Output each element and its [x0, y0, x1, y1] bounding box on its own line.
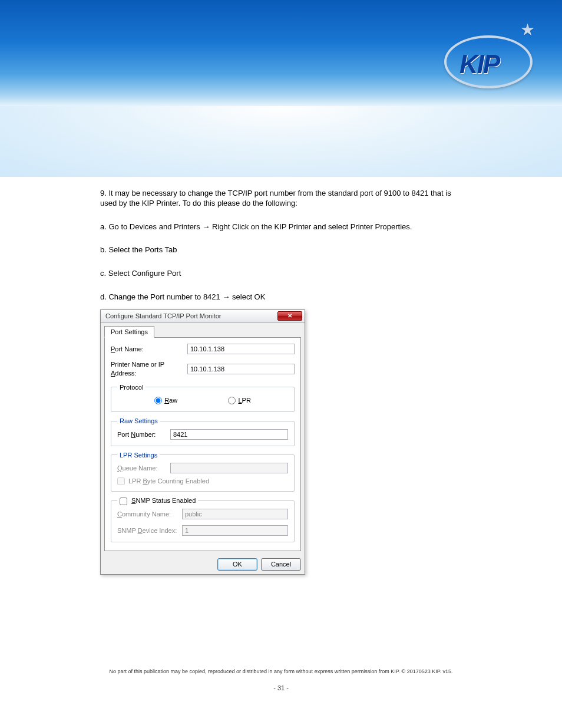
tab-panel: Port Name: Printer Name or IP Address: P… [104, 337, 301, 551]
step-9-text: 9. It may be necessary to change the TCP… [100, 189, 462, 209]
lpr-byte-checkbox [117, 477, 125, 485]
footer-copyright: No part of this publication may be copie… [0, 668, 562, 676]
protocol-group: Protocol Raw LPR [111, 383, 295, 413]
tab-port-settings[interactable]: Port Settings [104, 326, 154, 338]
document-body: 9. It may be necessary to change the TCP… [0, 177, 562, 575]
dialog-titlebar: Configure Standard TCP/IP Port Monitor ✕ [101, 310, 305, 323]
protocol-raw-radio[interactable]: Raw [154, 396, 177, 404]
port-number-label: Port Number: [117, 430, 170, 439]
substep-c: c. Select Configure Port [100, 269, 462, 279]
snmp-device-index-input [182, 525, 288, 536]
lpr-byte-label: LPR Byte Counting Enabled [128, 477, 209, 485]
page-number: - 31 - [0, 684, 562, 693]
snmp-enabled-checkbox[interactable] [120, 498, 127, 505]
page-footer: No part of this publication may be copie… [0, 668, 562, 693]
port-name-input[interactable] [187, 344, 295, 354]
ip-address-input[interactable] [187, 364, 295, 374]
dialog-title: Configure Standard TCP/IP Port Monitor [105, 312, 277, 320]
tab-strip: Port Settings [101, 323, 305, 337]
arrow-right-icon: → [222, 292, 230, 301]
cancel-button[interactable]: Cancel [261, 558, 301, 571]
arrow-right-icon: → [202, 222, 210, 231]
lpr-settings-group: LPR Settings Queue Name: LPR Byte Counti… [111, 451, 295, 492]
tcpip-port-dialog: Configure Standard TCP/IP Port Monitor ✕… [100, 309, 305, 575]
page-header-banner: ★ KIP [0, 0, 562, 106]
community-name-label: Community Name: [117, 510, 182, 518]
queue-name-input [170, 463, 288, 473]
snmp-group: SNMP Status Enabled Community Name: SNMP… [111, 496, 295, 542]
header-glow [0, 106, 562, 177]
ok-button[interactable]: OK [217, 558, 257, 571]
raw-settings-legend: Raw Settings [117, 417, 160, 425]
logo-star-icon: ★ [520, 20, 535, 39]
substep-b: b. Select the Ports Tab [100, 245, 462, 255]
raw-radio-input[interactable] [154, 397, 162, 404]
raw-settings-group: Raw Settings Port Number: [111, 417, 295, 446]
port-name-label: Port Name: [111, 345, 187, 353]
logo-text: KIP [459, 50, 499, 79]
lpr-radio-input[interactable] [228, 397, 236, 404]
substep-d: d. Change the Port number to 8421 → sele… [100, 292, 462, 302]
protocol-legend: Protocol [117, 383, 146, 391]
queue-name-label: Queue Name: [117, 464, 170, 472]
dialog-button-row: OK Cancel [101, 555, 305, 574]
snmp-device-index-label: SNMP Device Index: [117, 526, 182, 535]
close-icon: ✕ [287, 312, 292, 319]
ip-address-label: Printer Name or IP Address: [111, 360, 187, 377]
brand-logo: ★ KIP [444, 24, 538, 94]
close-button[interactable]: ✕ [277, 311, 302, 321]
protocol-lpr-radio[interactable]: LPR [228, 396, 250, 404]
lpr-settings-legend: LPR Settings [117, 451, 160, 459]
snmp-legend: SNMP Status Enabled [117, 496, 198, 505]
community-name-input [182, 509, 288, 519]
substep-a: a. Go to Devices and Printers → Right Cl… [100, 222, 462, 232]
port-number-input[interactable] [170, 429, 288, 440]
